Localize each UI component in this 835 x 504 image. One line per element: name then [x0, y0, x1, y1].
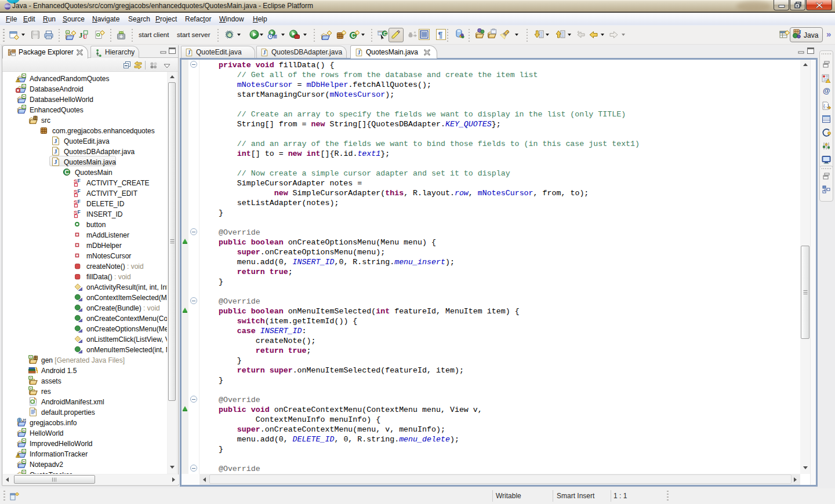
- svg-text:J: J: [79, 31, 83, 39]
- svg-text:J: J: [798, 29, 801, 35]
- svg-text:C: C: [383, 31, 387, 36]
- svg-text:¶: ¶: [438, 30, 443, 39]
- svg-text:U: U: [83, 34, 87, 40]
